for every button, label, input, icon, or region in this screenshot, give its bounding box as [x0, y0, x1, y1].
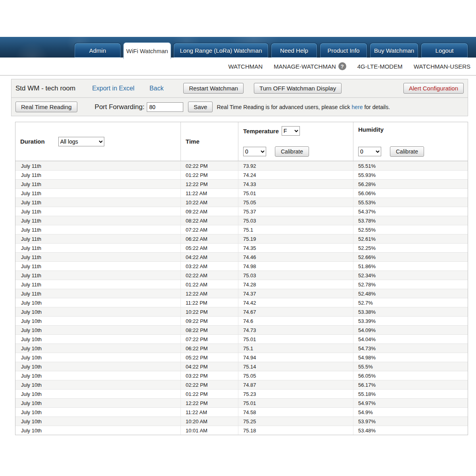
cell-time: 12:22 AM: [181, 289, 238, 298]
tab-buy-watchman[interactable]: Buy Watchman: [370, 43, 418, 58]
table-row: July 11th09:22 AM75.3754.37%: [15, 207, 468, 216]
cell-humidity: 55.5%: [353, 362, 468, 371]
real-time-reading-button[interactable]: Real Time Reading: [15, 102, 77, 112]
temperature-offset-select[interactable]: 0: [243, 147, 266, 156]
cell-temp: 74.87: [238, 380, 353, 389]
here-link[interactable]: here: [352, 104, 363, 110]
back-link[interactable]: Back: [150, 85, 164, 92]
main-tab-bar: Admin WiFi Watchman Long Range (LoRa) Wa…: [74, 42, 470, 58]
cell-temp: 75.01: [238, 335, 353, 344]
cell-time: 09:22 PM: [181, 317, 238, 325]
table-row: July 10th03:22 PM75.0556.05%: [15, 371, 468, 380]
table-row: July 10th05:22 PM74.9454.98%: [15, 353, 468, 362]
tab-need-help[interactable]: Need Help: [271, 43, 317, 58]
nav-link-4g-lte-modem[interactable]: 4G-LTE-MODEM: [357, 63, 403, 70]
table-row: July 10th11:22 PM74.4252.7%: [15, 298, 468, 307]
readings-table: Duration All logs Time Temperature F 0 C…: [15, 122, 468, 435]
cell-temp: 75.05: [238, 371, 353, 380]
table-row: July 11th06:22 AM75.1952.61%: [15, 234, 468, 243]
time-header-label: Time: [186, 138, 200, 145]
export-excel-link[interactable]: Export in Excel: [92, 85, 134, 92]
table-row: July 10th01:22 PM75.2355.18%: [15, 389, 468, 398]
tab-wifi-watchman[interactable]: WiFi Watchman: [123, 42, 171, 59]
device-name: Std WM - tech room: [15, 84, 75, 92]
table-row: July 11th08:22 AM75.0353.78%: [15, 216, 468, 225]
cell-humidity: 52.25%: [353, 244, 468, 252]
cell-humidity: 52.78%: [353, 280, 468, 289]
table-row: July 11th02:22 PM73.9255.51%: [15, 161, 468, 170]
cell-temp: 75.25: [238, 417, 353, 426]
table-row: July 11th11:22 AM75.0156.06%: [15, 188, 468, 198]
cell-temp: 74.35: [238, 244, 353, 252]
table-row: July 10th10:22 PM74.6753.38%: [15, 307, 468, 316]
cell-humidity: 52.34%: [353, 271, 468, 280]
duration-select[interactable]: All logs: [58, 137, 104, 146]
restart-watchman-button[interactable]: Restart Watchman: [183, 83, 244, 94]
turn-off-display-button[interactable]: Turn OFF Watchman Display: [254, 83, 342, 94]
cell-time: 11:22 PM: [181, 298, 238, 307]
cell-date: July 11th: [15, 161, 181, 170]
cell-date: July 10th: [15, 371, 181, 380]
cell-date: July 11th: [15, 225, 181, 234]
cell-humidity: 54.73%: [353, 344, 468, 353]
table-row: July 10th11:22 AM74.5854.9%: [15, 407, 468, 416]
help-icon[interactable]: ?: [338, 62, 346, 70]
cell-temp: 74.28: [238, 280, 353, 289]
cell-humidity: 53.78%: [353, 216, 468, 225]
cell-humidity: 56.05%: [353, 371, 468, 380]
cell-temp: 74.58: [238, 408, 353, 416]
table-row: July 11th02:22 AM75.0352.34%: [15, 271, 468, 280]
cell-humidity: 54.97%: [353, 399, 468, 407]
cell-time: 10:20 AM: [181, 417, 238, 426]
cell-time: 09:22 AM: [181, 207, 238, 216]
cell-time: 01:22 PM: [181, 390, 238, 398]
cell-humidity: 56.17%: [353, 380, 468, 389]
tab-admin[interactable]: Admin: [74, 43, 121, 58]
cell-time: 03:22 PM: [181, 371, 238, 380]
nav-link-watchman-users[interactable]: WATCHMAN-USERS: [414, 63, 470, 70]
cell-humidity: 54.98%: [353, 353, 468, 362]
cell-time: 02:22 PM: [181, 380, 238, 389]
table-row: July 10th06:22 PM75.154.73%: [15, 344, 468, 353]
table-row: July 10th08:22 PM74.7354.09%: [15, 325, 468, 334]
table-row: July 11th10:22 AM75.0555.53%: [15, 198, 468, 207]
cell-date: July 11th: [15, 244, 181, 252]
cell-date: July 10th: [15, 307, 181, 316]
alert-configuration-button[interactable]: Alert Configuration: [403, 83, 464, 94]
cell-date: July 11th: [15, 216, 181, 225]
tab-logout[interactable]: Logout: [421, 43, 468, 58]
cell-time: 04:22 PM: [181, 362, 238, 371]
temperature-unit-select[interactable]: F: [282, 126, 300, 136]
cell-time: 07:22 PM: [181, 335, 238, 344]
cell-time: 12:22 PM: [181, 180, 238, 188]
realtime-note: Real Time Reading is for advanced users,…: [217, 104, 390, 110]
temperature-calibrate-button[interactable]: Calibrate: [275, 146, 309, 157]
table-row: July 11th01:22 PM74.2455.93%: [15, 170, 468, 179]
cell-humidity: 53.39%: [353, 317, 468, 325]
cell-time: 01:22 AM: [181, 280, 238, 289]
humidity-offset-select[interactable]: 0: [358, 147, 381, 156]
top-whitespace: [0, 0, 476, 37]
toolbar-panel: Std WM - tech room Export in Excel Back …: [11, 79, 468, 116]
cell-temp: 75.03: [238, 216, 353, 225]
cell-temp: 74.98: [238, 262, 353, 271]
humidity-calibrate-button[interactable]: Calibrate: [390, 146, 424, 157]
temperature-header-label: Temperature: [243, 128, 279, 134]
nav-link-manage-watchman[interactable]: MANAGE-WATCHMAN ?: [274, 62, 346, 70]
cell-humidity: 52.48%: [353, 289, 468, 298]
table-row: July 11th12:22 PM74.3356.28%: [15, 179, 468, 188]
table-body: July 11th02:22 PM73.9255.51%July 11th01:…: [15, 161, 468, 435]
tab-lora-watchman[interactable]: Long Range (LoRa) Watchman: [173, 43, 269, 58]
port-forwarding-input[interactable]: [147, 102, 183, 112]
cell-time: 02:22 PM: [181, 161, 238, 170]
cell-humidity: 54.04%: [353, 335, 468, 344]
cell-time: 07:22 AM: [181, 225, 238, 234]
cell-temp: 74.42: [238, 298, 353, 307]
save-button[interactable]: Save: [188, 102, 213, 112]
cell-time: 10:22 PM: [181, 307, 238, 316]
cell-time: 12:22 PM: [181, 399, 238, 407]
port-forwarding-label: Port Forwarding:: [95, 103, 145, 111]
nav-link-watchman[interactable]: WATCHMAN: [228, 63, 263, 70]
tab-product-info[interactable]: Product Info: [320, 43, 367, 58]
cell-date: July 11th: [15, 234, 181, 243]
